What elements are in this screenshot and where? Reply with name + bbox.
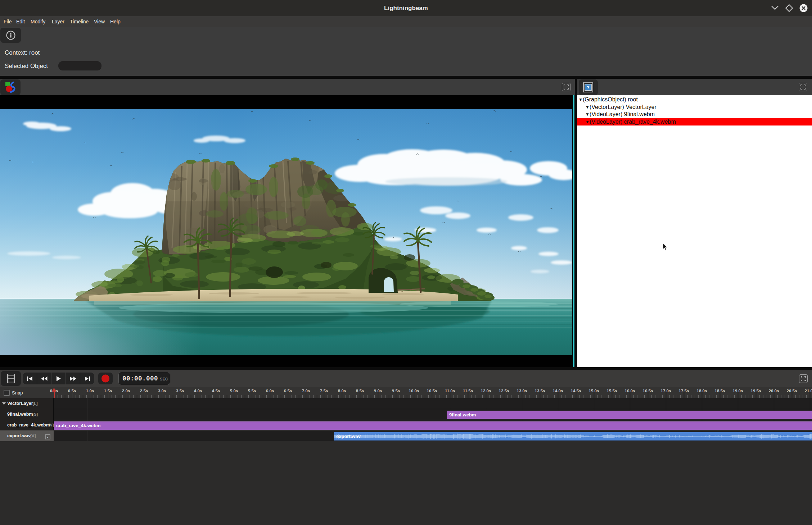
svg-text:?: ?: [587, 85, 590, 90]
